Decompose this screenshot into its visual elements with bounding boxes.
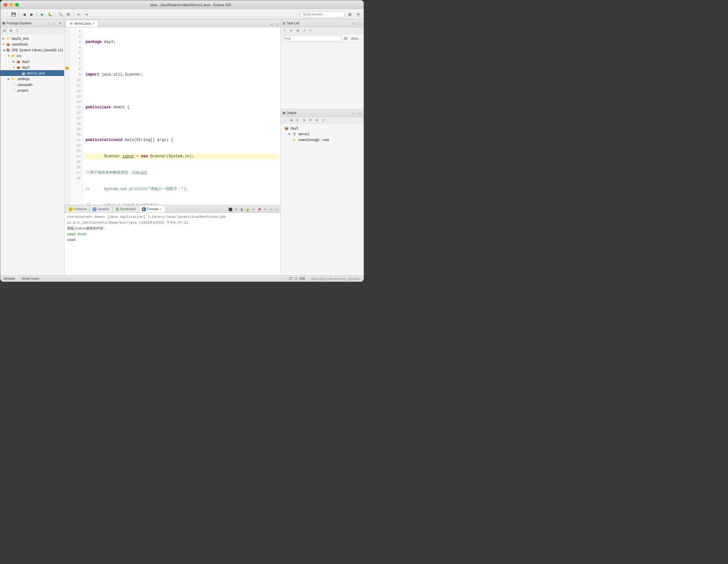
minimize-outline-button[interactable]: — [352,111,356,115]
status-bar: Writable Smart Insert 27 : 2 : 568 https… [0,275,364,282]
task-list-content [281,43,364,109]
ln-2: 2 [70,34,83,39]
close-panel-button[interactable]: ✕ [58,21,62,26]
ln-25: 25 [70,159,83,165]
close-button[interactable] [4,3,7,7]
outline-title: Outline [286,111,350,115]
tree-item-day01test[interactable]: ▶ 📁 day01_test [0,36,64,41]
gutter-19 [64,125,69,131]
pin-console-button[interactable]: 📌 [257,207,262,212]
maximize-tasklist-button[interactable]: □ [357,21,362,26]
tree-item-day3[interactable]: ▼ 📦 day3 [0,64,64,70]
remove-launch-button[interactable]: ✕ [234,207,239,212]
folder-icon: 📁 [5,36,11,41]
java-perspective[interactable]: ☕ [355,11,362,18]
word-wrap-button[interactable]: ↵ [251,207,256,212]
footer-url: https://blog.csdn.net/weixin_39510813 [311,277,360,280]
maximize-console-button[interactable]: □ [274,207,279,212]
minimize-button[interactable] [9,3,13,7]
undo-button[interactable]: ↩ [75,11,82,18]
find-all-button[interactable]: All [343,36,349,41]
ln-22: 22 [70,143,83,148]
collapse-tasklist-button[interactable]: ▽ [308,28,313,34]
search-button[interactable]: 🔍 [57,11,64,18]
toolbar-separator-1 [19,12,19,17]
ln-4: 4 [70,45,83,50]
tree-item-classpath[interactable]: 📄 .classpath [0,82,64,87]
package-explorer-tree: ▶ 📁 day01_test ▼ 📦 JavaStudy ▶ 📚 JRE Sys… [0,34,64,275]
ln-18: 18 [70,121,83,127]
outline-sync-button[interactable]: ⟳ [314,118,320,123]
filter-tasks-button[interactable]: ⚙ [295,28,301,34]
new-button[interactable]: 📄 [2,11,9,18]
find-active-button[interactable]: Activ... [350,36,362,41]
terminate-button[interactable]: ⬛ [228,207,233,212]
tree-label-settings: .settings [17,77,30,81]
minimize-console-button[interactable]: — [268,207,273,212]
maximize-button[interactable] [15,3,19,7]
refactor-button[interactable]: ⚙ [65,11,72,18]
outline-toggle-demo1: ▼ [288,133,291,136]
tree-item-project[interactable]: 📄 .project [0,87,64,93]
status-position: 27 : 2 : 568 [289,277,305,280]
minimize-editor-button[interactable]: — [269,22,274,26]
gutter-10 [64,76,69,82]
tab-problems[interactable]: ⚠ Problems [66,205,90,212]
ln-28: 28 [70,176,83,181]
outline-item-main[interactable]: ⚡ main(String[]) : void [282,137,362,143]
collapse-all-button[interactable]: ⊟ [2,28,7,34]
scroll-lock-button[interactable]: 🔒 [245,207,250,212]
code-content[interactable]: package day3; import java.util.Scanner; … [83,27,280,205]
tab-javadoc[interactable]: J Javadoc [90,205,112,212]
redo-button[interactable]: ↪ [83,11,90,18]
clear-console-button[interactable]: 🗑 [239,207,244,212]
toggle-javastudy: ▼ [2,41,5,47]
outline-item-demo1[interactable]: ▼ ☕ demo1 [282,131,362,137]
new-console-button[interactable]: + [262,207,268,212]
gutter-26 [64,163,69,169]
outline-sort-button[interactable]: ↕ [282,118,288,123]
library-icon: 📚 [5,47,11,53]
tree-item-src[interactable]: ▼ 📂 src [0,53,64,59]
maximize-editor-button[interactable]: □ [275,22,279,26]
javadoc-icon: J [93,207,96,211]
debug-button[interactable]: 🐛 [46,11,54,18]
minimize-tasklist-button[interactable]: — [352,21,356,26]
tab-close-button[interactable]: ✕ [92,22,95,25]
run-button[interactable]: ▶ [39,11,46,18]
quick-access-input[interactable] [300,11,345,18]
tree-item-day2[interactable]: ▶ 📦 day2 [0,59,64,64]
view-menu-button[interactable]: ▽ [14,28,20,34]
tree-label-project: .project [17,88,28,92]
code-editor[interactable]: 1 2 3 4 5 6 7 8 9 10 11 12 13 14 [64,27,280,205]
tab-declaration[interactable]: D Declaration [112,205,139,212]
minimize-panel-button[interactable]: — [46,21,51,26]
task-find-input[interactable] [283,36,341,41]
forward-button[interactable]: ▶ [28,11,35,18]
bookmark-marker-8 [65,67,69,70]
export-tasks-button[interactable]: ↗ [301,28,307,34]
outline-hide-fields-button[interactable]: F [295,118,301,123]
task-find-bar: All Activ... [281,34,364,43]
outline-sort-by-def-button[interactable]: ⚙ [288,118,294,123]
maximize-outline-button[interactable]: □ [357,111,362,115]
editor-tab-demo1[interactable]: ☕ demo1.java ✕ [66,20,98,27]
new-task-button[interactable]: + [282,28,288,34]
save-button[interactable]: 💾 [10,11,17,18]
maximize-panel-button[interactable]: □ [52,21,56,26]
tree-item-demo1java[interactable]: ☕ demo1.java [0,70,64,76]
outline-hide-static-button[interactable]: S [301,118,307,123]
outline-item-day3[interactable]: 📦 day3 [282,125,362,131]
gutter-21 [64,136,69,142]
link-editor-button[interactable]: ⊕ [8,28,14,34]
tab-console[interactable]: ▶ Console ✕ [139,205,165,212]
outline-hide-nonpub-button[interactable]: P [308,118,313,123]
delete-task-button[interactable]: ✕ [288,28,294,34]
tree-item-jre[interactable]: ▶ 📚 JRE System Library [JavaSE-11] [0,47,64,53]
line-numbers: 1 2 3 4 5 6 7 8 9 10 11 12 13 14 [70,27,83,205]
perspective-button[interactable]: ⊞ [346,11,353,18]
outline-collapse-button[interactable]: ▽ [320,118,326,123]
tree-item-javastudy[interactable]: ▼ 📦 JavaStudy [0,41,64,47]
tree-item-settings[interactable]: ▶ 📁 .settings [0,76,64,82]
back-button[interactable]: ◀ [21,11,28,18]
